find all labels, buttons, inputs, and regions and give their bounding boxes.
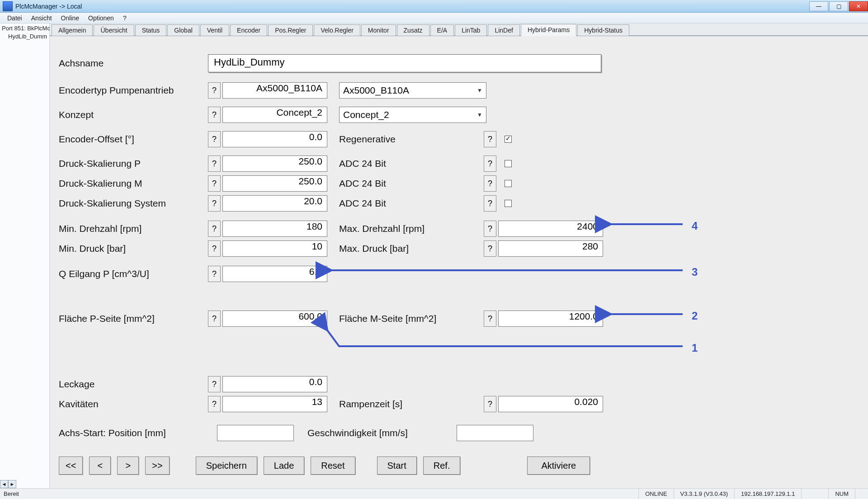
tab-hybrid-params[interactable]: Hybrid-Params <box>521 24 576 36</box>
druck-m-input[interactable]: 250.0 <box>222 175 327 192</box>
help-kavitaeten[interactable]: ? <box>208 396 221 412</box>
tree-axis[interactable]: HydLib_Dumm <box>2 33 47 41</box>
achs-start-input[interactable] <box>217 425 294 441</box>
help-flaeche-p[interactable]: ? <box>208 311 221 327</box>
help-druck-sys[interactable]: ? <box>208 195 221 212</box>
help-adc-2[interactable]: ? <box>484 175 496 192</box>
menu-datei[interactable]: Datei <box>3 14 27 22</box>
help-q-eilgang[interactable]: ? <box>208 266 221 282</box>
help-regenerative[interactable]: ? <box>484 131 496 147</box>
help-max-druck[interactable]: ? <box>484 240 496 257</box>
help-min-rpm[interactable]: ? <box>208 221 221 237</box>
geschw-input[interactable] <box>457 425 533 441</box>
label-achs-start: Achs-Start: Position [mm] <box>59 428 217 438</box>
tab-monitor[interactable]: Monitor <box>361 24 396 36</box>
flaeche-p-input[interactable]: 600.0 <box>222 311 327 327</box>
maximize-button[interactable]: ▢ <box>829 1 848 11</box>
menu-online[interactable]: Online <box>57 14 84 22</box>
rampenzeit-input[interactable]: 0.020 <box>498 396 603 412</box>
min-druck-input[interactable]: 10 <box>222 240 327 257</box>
first-button[interactable]: << <box>59 457 83 475</box>
kavitaeten-input[interactable]: 13 <box>222 396 327 412</box>
menu-help[interactable]: ? <box>118 14 131 22</box>
label-min-rpm: Min. Drehzahl [rpm] <box>59 223 208 234</box>
aktiviere-button[interactable]: Aktiviere <box>527 457 590 475</box>
konzept-text[interactable]: Concept_2 <box>222 107 327 123</box>
tab-ea[interactable]: E/A <box>430 24 454 36</box>
client-area: Port 851: BkPlcMc HydLib_Dumm ◄ ► Allgem… <box>0 24 868 488</box>
label-kavitaeten: Kavitäten <box>59 399 208 410</box>
min-rpm-input[interactable]: 180 <box>222 221 327 237</box>
help-adc-1[interactable]: ? <box>484 155 496 172</box>
label-adc-3: ADC 24 Bit <box>339 198 484 209</box>
help-flaeche-m[interactable]: ? <box>484 311 496 327</box>
encoder-offset-input[interactable]: 0.0 <box>222 131 327 147</box>
help-rampenzeit[interactable]: ? <box>484 396 496 412</box>
konzept-select[interactable]: Concept_2 ▼ <box>339 107 486 123</box>
help-encoder-offset[interactable]: ? <box>208 131 221 147</box>
help-encodertyp[interactable]: ? <box>208 82 221 99</box>
encodertyp-select[interactable]: Ax5000_B110A ▼ <box>339 82 486 99</box>
tab-veloregler[interactable]: Velo.Regler <box>314 24 360 36</box>
label-druck-p: Druck-Skalierung P <box>59 158 208 169</box>
start-button[interactable]: Start <box>377 457 417 475</box>
status-ip: 192.168.197.129.1.1 <box>734 489 801 499</box>
scroll-left-icon[interactable]: ◄ <box>0 480 8 488</box>
help-min-druck[interactable]: ? <box>208 240 221 257</box>
max-druck-input[interactable]: 280 <box>498 240 603 257</box>
label-leckage: Leckage <box>59 379 208 390</box>
help-leckage[interactable]: ? <box>208 376 221 392</box>
tab-status[interactable]: Status <box>135 24 167 36</box>
help-druck-m[interactable]: ? <box>208 175 221 192</box>
label-geschw: Geschwindigkeit [mm/s] <box>307 428 457 438</box>
scroll-right-icon[interactable]: ► <box>8 480 16 488</box>
reset-button[interactable]: Reset <box>311 457 355 475</box>
form: Achsname HydLib_Dummy Encodertyp Pumpena… <box>50 36 868 488</box>
minimize-button[interactable]: — <box>809 1 828 11</box>
max-rpm-input[interactable]: 2400 <box>498 221 603 237</box>
label-rampenzeit: Rampenzeit [s] <box>339 399 484 410</box>
label-encodertyp: Encodertyp Pumpenantrieb <box>59 85 208 96</box>
tab-ventil[interactable]: Ventil <box>200 24 229 36</box>
help-konzept[interactable]: ? <box>208 107 221 123</box>
tab-lindef[interactable]: LinDef <box>488 24 519 36</box>
druck-sys-input[interactable]: 20.0 <box>222 195 327 212</box>
leckage-input[interactable]: 0.0 <box>222 376 327 392</box>
statusbar: Bereit ONLINE V3.3.1.9 (V3.0.43) 192.168… <box>0 488 868 499</box>
menu-ansicht[interactable]: Ansicht <box>27 14 57 22</box>
label-druck-sys: Druck-Skalierung System <box>59 198 208 209</box>
help-adc-3[interactable]: ? <box>484 195 496 212</box>
label-konzept: Konzept <box>59 109 208 120</box>
tab-global[interactable]: Global <box>167 24 199 36</box>
tab-lintab[interactable]: LinTab <box>455 24 487 36</box>
q-eilgang-input[interactable]: 6.3 <box>222 266 327 282</box>
label-min-druck: Min. Druck [bar] <box>59 243 208 254</box>
lade-button[interactable]: Lade <box>264 457 305 475</box>
adc2-checkbox[interactable] <box>505 180 512 187</box>
encodertyp-text[interactable]: Ax5000_B110A <box>222 82 327 99</box>
tab-uebersicht[interactable]: Übersicht <box>94 24 134 36</box>
help-max-rpm[interactable]: ? <box>484 221 496 237</box>
ref-button[interactable]: Ref. <box>423 457 461 475</box>
tree-port[interactable]: Port 851: BkPlcMc <box>2 24 47 33</box>
tab-encoder[interactable]: Encoder <box>230 24 267 36</box>
regenerative-checkbox[interactable] <box>505 136 512 143</box>
annotation-overlay: 4 3 2 1 <box>50 36 863 488</box>
tab-allgemein[interactable]: Allgemein <box>52 24 93 36</box>
prev-button[interactable]: < <box>89 457 111 475</box>
tab-hybrid-status[interactable]: Hybrid-Status <box>577 24 629 36</box>
menu-optionen[interactable]: Optionen <box>84 14 118 22</box>
adc1-checkbox[interactable] <box>505 160 512 167</box>
flaeche-m-input[interactable]: 1200.0 <box>498 311 603 327</box>
druck-p-input[interactable]: 250.0 <box>222 155 327 172</box>
next-button[interactable]: > <box>117 457 139 475</box>
help-druck-p[interactable]: ? <box>208 155 221 172</box>
main-panel: Allgemein Übersicht Status Global Ventil… <box>50 24 868 488</box>
tab-posregler[interactable]: Pos.Regler <box>268 24 313 36</box>
last-button[interactable]: >> <box>145 457 169 475</box>
achsname-input[interactable]: HydLib_Dummy <box>208 54 601 72</box>
adc3-checkbox[interactable] <box>505 200 512 207</box>
close-button[interactable]: ✕ <box>849 1 868 11</box>
speichern-button[interactable]: Speichern <box>196 457 257 475</box>
tab-zusatz[interactable]: Zusatz <box>397 24 429 36</box>
